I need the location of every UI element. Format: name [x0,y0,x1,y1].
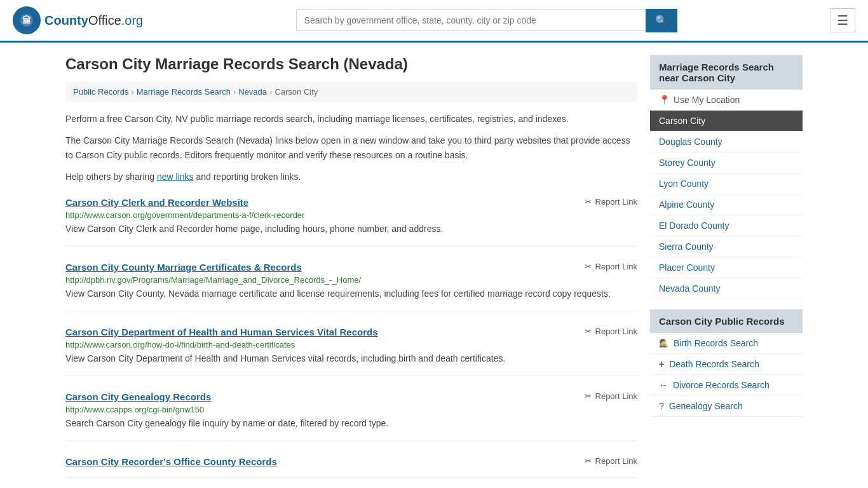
sidebar-item-lyon-county[interactable]: Lyon County [650,173,803,194]
sidebar-item-storey-county[interactable]: Storey County [650,152,803,173]
divorce-records-icon: ↔ [659,380,668,390]
use-location-label: Use My Location [674,95,740,105]
breadcrumb: Public Records › Marriage Records Search… [65,82,637,102]
sidebar-item-carson-city[interactable]: Carson City [650,111,803,132]
location-pin-icon: 📍 [659,95,670,105]
report-icon: ✂ [585,456,592,466]
sidebar-use-location[interactable]: 📍 Use My Location [650,90,803,111]
report-link[interactable]: ✂ Report Link [585,197,637,207]
result-url[interactable]: http://www.carson.org/how-do-i/find/birt… [65,340,637,349]
sidebar-record-label: Birth Records Search [674,338,758,348]
sidebar-item-label: Lyon County [659,179,709,189]
sidebar-marriage-title: Marriage Records Search near Carson City [650,55,803,90]
genealogy-icon: ? [659,401,664,411]
sidebar-item-label: Carson City [659,116,705,126]
new-links-link[interactable]: new links [157,172,194,182]
logo-text: CountyOffice.org [44,13,143,28]
sidebar-item-label: El Dorado County [659,220,729,231]
report-label: Report Link [595,456,637,466]
result-header: Carson City County Marriage Certificates… [65,262,637,273]
menu-button[interactable]: ☰ [830,8,855,32]
result-item: Carson City Genealogy Records ✂ Report L… [65,391,637,441]
page-title: Carson City Marriage Records Search (Nev… [65,55,637,73]
search-input[interactable] [296,10,646,31]
sidebar-item-label: Alpine County [659,200,714,210]
report-icon: ✂ [585,391,592,401]
sidebar-item-label: Placer County [659,262,715,273]
result-item: Carson City Department of Health and Hum… [65,327,637,376]
result-title[interactable]: Carson City Recorder's Office County Rec… [65,456,277,467]
report-label: Report Link [595,327,637,336]
result-url[interactable]: http://dpbh.nv.gov/Programs/Marriage/Mar… [65,275,637,285]
result-desc: View Carson City County, Nevada marriage… [65,287,637,301]
birth-records-icon: 🕵 [659,339,668,348]
result-url[interactable]: http://www.carson.org/government/departm… [65,210,637,220]
main-container: Carson City Marriage Records Search (Nev… [53,43,815,488]
breadcrumb-public-records[interactable]: Public Records [73,87,128,97]
sidebar-marriage-section: Marriage Records Search near Carson City… [650,55,803,299]
search-button[interactable]: 🔍 [646,9,677,32]
results-list: Carson City Clerk and Recorder Website ✂… [65,197,637,478]
result-item: Carson City Recorder's Office County Rec… [65,456,637,478]
sidebar-public-records-title: Carson City Public Records [650,309,803,333]
sidebar-item-label: Sierra County [659,241,714,252]
result-item: Carson City County Marriage Certificates… [65,262,637,311]
site-header: 🏛 CountyOffice.org 🔍 ☰ [0,0,868,43]
result-desc: Search Carson City genealogy file inquir… [65,417,637,430]
description: Perform a free Carson City, NV public ma… [65,112,637,184]
result-title[interactable]: Carson City County Marriage Certificates… [65,262,302,273]
sidebar: Marriage Records Search near Carson City… [650,55,803,488]
breadcrumb-current: Carson City [275,87,318,97]
sidebar-item-eldorado-county[interactable]: El Dorado County [650,215,803,236]
report-link[interactable]: ✂ Report Link [585,262,637,271]
sidebar-item-genealogy-search[interactable]: ? Genealogy Search [650,396,803,417]
report-label: Report Link [595,262,637,271]
report-icon: ✂ [585,262,592,271]
sidebar-item-divorce-records[interactable]: ↔ Divorce Records Search [650,375,803,396]
breadcrumb-marriage-records[interactable]: Marriage Records Search [137,87,231,97]
sidebar-record-label: Death Records Search [669,359,759,369]
breadcrumb-nevada[interactable]: Nevada [238,87,267,97]
report-label: Report Link [595,197,637,207]
sidebar-public-records-section: Carson City Public Records 🕵 Birth Recor… [650,309,803,417]
report-label: Report Link [595,391,637,401]
result-header: Carson City Recorder's Office County Rec… [65,456,637,467]
report-icon: ✂ [585,327,592,336]
sidebar-item-alpine-county[interactable]: Alpine County [650,194,803,215]
sidebar-item-death-records[interactable]: + Death Records Search [650,354,803,375]
logo-icon: 🏛 [13,6,41,34]
desc-para-3: Help others by sharing new links and rep… [65,170,637,184]
sidebar-item-douglas-county[interactable]: Douglas County [650,132,803,152]
result-header: Carson City Genealogy Records ✂ Report L… [65,391,637,402]
desc-para-1: Perform a free Carson City, NV public ma… [65,112,637,126]
sidebar-record-label: Divorce Records Search [673,380,770,390]
sidebar-record-label: Genealogy Search [669,401,743,411]
sidebar-item-nevada-county[interactable]: Nevada County [650,278,803,299]
result-url[interactable]: http://www.ccapps.org/cgi-bin/gnw150 [65,405,637,414]
sidebar-item-sierra-county[interactable]: Sierra County [650,236,803,257]
logo-area[interactable]: 🏛 CountyOffice.org [13,6,143,34]
desc-para-2: The Carson City Marriage Records Search … [65,133,637,162]
result-desc: View Carson City Clerk and Recorder home… [65,222,637,236]
sidebar-item-label: Douglas County [659,137,722,147]
sidebar-item-birth-records[interactable]: 🕵 Birth Records Search [650,333,803,354]
sidebar-item-label: Storey County [659,158,715,168]
result-title[interactable]: Carson City Department of Health and Hum… [65,327,378,337]
sidebar-item-label: Nevada County [659,283,721,294]
report-link[interactable]: ✂ Report Link [585,327,637,336]
result-header: Carson City Clerk and Recorder Website ✂… [65,197,637,208]
svg-text:🏛: 🏛 [22,15,31,25]
report-link[interactable]: ✂ Report Link [585,391,637,401]
content-area: Carson City Marriage Records Search (Nev… [65,55,637,488]
result-item: Carson City Clerk and Recorder Website ✂… [65,197,637,247]
result-header: Carson City Department of Health and Hum… [65,327,637,337]
result-title[interactable]: Carson City Clerk and Recorder Website [65,197,248,208]
sidebar-item-placer-county[interactable]: Placer County [650,257,803,278]
report-link[interactable]: ✂ Report Link [585,456,637,466]
death-records-icon: + [659,359,664,369]
search-area: 🔍 [296,9,677,32]
result-title[interactable]: Carson City Genealogy Records [65,391,211,402]
result-desc: View Carson City Department of Health an… [65,352,637,365]
report-icon: ✂ [585,197,592,207]
